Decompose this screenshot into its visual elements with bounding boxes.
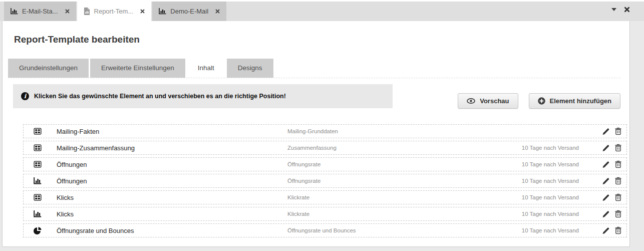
toolbar: i Klicken Sie das gewünschte Element an …	[13, 84, 620, 109]
element-type-label: Öffnungsrate	[287, 161, 320, 167]
element-row[interactable]: Öffnungen Öffnungsrate 10 Tage nach Vers…	[23, 174, 627, 188]
delete-trash-icon[interactable]	[615, 210, 621, 218]
settings-tab[interactable]: Inhalt	[187, 59, 225, 78]
delete-trash-icon[interactable]	[615, 194, 621, 201]
edit-pencil-icon[interactable]	[602, 161, 609, 168]
tab-close-icon[interactable]	[215, 9, 220, 14]
element-title: Öffnungen	[57, 161, 87, 168]
window-tab-label: Report-Tem...	[94, 8, 134, 15]
preview-button[interactable]: Vorschau	[458, 93, 518, 109]
info-icon: i	[21, 92, 29, 100]
delete-trash-icon[interactable]	[615, 128, 621, 135]
action-buttons: Vorschau Element hinzufügen	[458, 93, 620, 109]
settings-tab[interactable]: Grundeinstellungen	[8, 59, 89, 78]
element-title: Klicks	[57, 210, 74, 218]
row-actions	[602, 194, 621, 201]
element-type-label: Öffnungsrate	[287, 178, 320, 184]
window-tab[interactable]: Demo-E-Mail	[152, 2, 226, 21]
app-window: E-Mail-Sta... Report-Tem...	[0, 0, 644, 251]
edit-pencil-icon[interactable]	[602, 177, 609, 184]
close-icon[interactable]	[624, 7, 630, 13]
window-tab-bar: E-Mail-Sta... Report-Tem...	[0, 0, 644, 21]
element-type-label: Mailing-Grunddaten	[287, 128, 338, 134]
element-title: Mailing-Zusammenfassung	[57, 144, 135, 152]
edit-pencil-icon[interactable]	[602, 227, 609, 234]
element-type-label: Öffnungsrate und Bounces	[287, 227, 356, 233]
add-element-button[interactable]: Element hinzufügen	[529, 93, 621, 109]
tab-close-icon[interactable]	[65, 9, 70, 14]
element-row[interactable]: Klicks Klickrate 10 Tage nach Versand	[23, 190, 627, 204]
plus-circle-icon	[538, 97, 545, 105]
edit-pencil-icon[interactable]	[602, 144, 609, 151]
bar-chart-icon	[11, 8, 18, 15]
eye-icon	[467, 98, 475, 104]
row-actions	[602, 144, 621, 152]
tab-close-icon[interactable]	[140, 9, 145, 14]
element-type-icon-cell	[34, 161, 43, 168]
delete-trash-icon[interactable]	[615, 161, 621, 168]
table-icon	[34, 194, 42, 201]
settings-tab[interactable]: Designs	[227, 59, 273, 78]
element-type-icon-cell	[34, 177, 43, 184]
edit-pencil-icon[interactable]	[602, 210, 609, 217]
element-type-icon-cell	[34, 194, 43, 201]
element-row[interactable]: Klicks Klickrate 10 Tage nach Versand	[23, 207, 627, 221]
bar-chart-icon	[159, 8, 166, 15]
element-title: Mailing-Fakten	[57, 128, 99, 135]
element-title: Öffnungsrate und Bounces	[57, 227, 134, 234]
delete-trash-icon[interactable]	[615, 177, 621, 185]
page-title: Report-Template bearbeiten	[14, 34, 620, 45]
row-actions	[602, 210, 621, 218]
file-chart-icon	[84, 8, 90, 15]
element-row[interactable]: Mailing-Zusammenfassung Zusammenfassung …	[23, 141, 627, 155]
element-row[interactable]: Mailing-Fakten Mailing-Grunddaten	[23, 124, 627, 138]
element-type-icon-cell	[34, 227, 43, 234]
row-actions	[602, 161, 621, 168]
bar-chart-icon	[34, 210, 42, 217]
table-icon	[34, 161, 42, 168]
settings-tab[interactable]: Erweiterte Einstellungen	[90, 59, 185, 78]
element-schedule: 10 Tage nach Versand	[522, 161, 579, 167]
delete-trash-icon[interactable]	[615, 227, 621, 234]
table-icon	[34, 128, 42, 135]
edit-pencil-icon[interactable]	[602, 194, 609, 201]
content-panel: Report-Template bearbeiten Grundeinstell…	[2, 21, 630, 247]
info-text: Klicken Sie das gewünschte Element an un…	[34, 93, 286, 100]
element-type-icon-cell	[34, 144, 43, 151]
element-title: Öffnungen	[57, 177, 87, 185]
element-title: Klicks	[57, 194, 74, 201]
preview-button-label: Vorschau	[480, 97, 509, 105]
element-type-label: Zusammenfassung	[287, 145, 337, 151]
window-tab-label: E-Mail-Sta...	[22, 8, 58, 15]
settings-tabs: Grundeinstellungen Erweiterte Einstellun…	[8, 59, 620, 78]
pie-chart-icon	[34, 227, 42, 234]
window-tab[interactable]: Report-Tem...	[77, 2, 152, 21]
table-icon	[34, 144, 42, 151]
delete-trash-icon[interactable]	[615, 144, 621, 152]
element-schedule: 10 Tage nach Versand	[522, 178, 579, 184]
element-row[interactable]: Öffnungen Öffnungsrate 10 Tage nach Vers…	[23, 157, 627, 171]
element-type-icon-cell	[34, 128, 43, 135]
row-actions	[602, 177, 621, 185]
window-tab-label: Demo-E-Mail	[170, 8, 208, 15]
element-schedule: 10 Tage nach Versand	[522, 227, 579, 233]
window-tab[interactable]: E-Mail-Sta...	[4, 2, 76, 21]
element-schedule: 10 Tage nach Versand	[522, 145, 579, 151]
element-row[interactable]: Öffnungsrate und Bounces Öffnungsrate un…	[23, 223, 627, 237]
caret-down-icon[interactable]	[611, 8, 616, 11]
element-type-icon-cell	[34, 210, 43, 217]
element-schedule: 10 Tage nach Versand	[522, 194, 579, 200]
bar-chart-icon	[34, 177, 42, 184]
info-banner: i Klicken Sie das gewünschte Element an …	[13, 84, 393, 108]
add-element-button-label: Element hinzufügen	[550, 97, 612, 105]
row-actions	[602, 128, 621, 135]
element-list: Mailing-Fakten Mailing-Grunddaten	[23, 124, 627, 237]
edit-pencil-icon[interactable]	[602, 128, 609, 135]
window-controls	[611, 7, 630, 13]
row-actions	[602, 227, 621, 234]
element-type-label: Klickrate	[287, 194, 309, 200]
element-type-label: Klickrate	[287, 211, 309, 217]
element-schedule: 10 Tage nach Versand	[522, 211, 579, 217]
